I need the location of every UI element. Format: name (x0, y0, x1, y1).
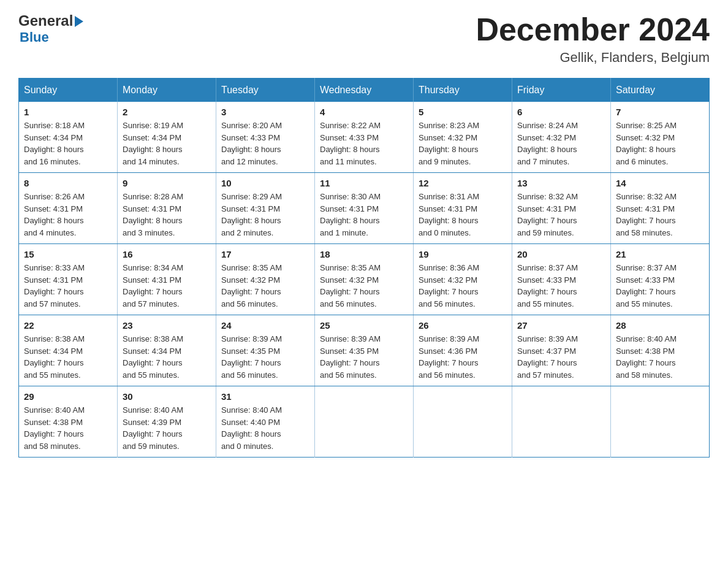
calendar-cell: 9 Sunrise: 8:28 AM Sunset: 4:31 PM Dayli… (118, 173, 216, 244)
day-info: Sunrise: 8:32 AM Sunset: 4:31 PM Dayligh… (616, 191, 704, 239)
day-info: Sunrise: 8:19 AM Sunset: 4:34 PM Dayligh… (123, 120, 211, 167)
calendar-cell: 23 Sunrise: 8:38 AM Sunset: 4:34 PM Dayl… (118, 315, 216, 386)
day-number: 5 (419, 107, 507, 117)
day-info: Sunrise: 8:34 AM Sunset: 4:31 PM Dayligh… (123, 262, 211, 310)
day-info: Sunrise: 8:40 AM Sunset: 4:38 PM Dayligh… (24, 404, 112, 452)
day-number: 16 (123, 249, 211, 259)
page-header: General Blue December 2024 Gellik, Fland… (18, 12, 710, 66)
calendar-cell: 1 Sunrise: 8:18 AM Sunset: 4:34 PM Dayli… (19, 102, 118, 173)
day-number: 29 (24, 391, 112, 402)
location-subtitle: Gellik, Flanders, Belgium (476, 50, 710, 66)
calendar-cell: 14 Sunrise: 8:32 AM Sunset: 4:31 PM Dayl… (611, 173, 710, 244)
day-number: 8 (24, 178, 112, 188)
day-number: 26 (419, 320, 507, 331)
calendar-cell: 27 Sunrise: 8:39 AM Sunset: 4:37 PM Dayl… (512, 315, 611, 386)
day-number: 23 (123, 320, 211, 331)
calendar-cell: 11 Sunrise: 8:30 AM Sunset: 4:31 PM Dayl… (315, 173, 414, 244)
calendar-cell: 2 Sunrise: 8:19 AM Sunset: 4:34 PM Dayli… (118, 102, 216, 173)
calendar-cell: 8 Sunrise: 8:26 AM Sunset: 4:31 PM Dayli… (19, 173, 118, 244)
day-number: 12 (419, 178, 507, 188)
day-info: Sunrise: 8:37 AM Sunset: 4:33 PM Dayligh… (517, 262, 605, 310)
calendar-cell: 20 Sunrise: 8:37 AM Sunset: 4:33 PM Dayl… (512, 244, 611, 315)
calendar-cell: 24 Sunrise: 8:39 AM Sunset: 4:35 PM Dayl… (216, 315, 315, 386)
column-header-thursday: Thursday (414, 79, 512, 102)
day-number: 20 (517, 249, 605, 259)
calendar-cell: 10 Sunrise: 8:29 AM Sunset: 4:31 PM Dayl… (216, 173, 315, 244)
calendar-header-row: SundayMondayTuesdayWednesdayThursdayFrid… (19, 79, 710, 102)
calendar-cell: 3 Sunrise: 8:20 AM Sunset: 4:33 PM Dayli… (216, 102, 315, 173)
day-number: 6 (517, 107, 605, 117)
day-info: Sunrise: 8:39 AM Sunset: 4:35 PM Dayligh… (221, 333, 309, 381)
calendar-cell: 22 Sunrise: 8:38 AM Sunset: 4:34 PM Dayl… (19, 315, 118, 386)
day-number: 10 (221, 178, 309, 188)
day-number: 1 (24, 107, 112, 117)
day-info: Sunrise: 8:32 AM Sunset: 4:31 PM Dayligh… (517, 191, 605, 239)
calendar-cell: 5 Sunrise: 8:23 AM Sunset: 4:32 PM Dayli… (414, 102, 512, 173)
calendar-cell (315, 386, 414, 458)
day-info: Sunrise: 8:33 AM Sunset: 4:31 PM Dayligh… (24, 262, 112, 310)
calendar-cell: 25 Sunrise: 8:39 AM Sunset: 4:35 PM Dayl… (315, 315, 414, 386)
day-info: Sunrise: 8:29 AM Sunset: 4:31 PM Dayligh… (221, 191, 309, 239)
day-number: 15 (24, 249, 112, 259)
logo-blue-text: Blue (20, 29, 83, 45)
calendar-week-row: 8 Sunrise: 8:26 AM Sunset: 4:31 PM Dayli… (19, 173, 710, 244)
day-info: Sunrise: 8:31 AM Sunset: 4:31 PM Dayligh… (419, 191, 507, 239)
column-header-monday: Monday (118, 79, 216, 102)
day-info: Sunrise: 8:20 AM Sunset: 4:33 PM Dayligh… (221, 120, 309, 167)
column-header-tuesday: Tuesday (216, 79, 315, 102)
calendar-cell: 17 Sunrise: 8:35 AM Sunset: 4:32 PM Dayl… (216, 244, 315, 315)
day-number: 22 (24, 320, 112, 331)
day-info: Sunrise: 8:39 AM Sunset: 4:37 PM Dayligh… (517, 333, 605, 381)
day-info: Sunrise: 8:40 AM Sunset: 4:40 PM Dayligh… (221, 404, 309, 452)
calendar-cell (414, 386, 512, 458)
day-number: 9 (123, 178, 211, 188)
day-number: 27 (517, 320, 605, 331)
day-number: 17 (221, 249, 309, 259)
day-info: Sunrise: 8:39 AM Sunset: 4:35 PM Dayligh… (320, 333, 408, 381)
calendar-cell: 18 Sunrise: 8:35 AM Sunset: 4:32 PM Dayl… (315, 244, 414, 315)
logo-arrow-icon (75, 16, 83, 27)
title-section: December 2024 Gellik, Flanders, Belgium (476, 12, 710, 66)
day-info: Sunrise: 8:28 AM Sunset: 4:31 PM Dayligh… (123, 191, 211, 239)
column-header-saturday: Saturday (611, 79, 710, 102)
day-number: 25 (320, 320, 408, 331)
column-header-friday: Friday (512, 79, 611, 102)
day-info: Sunrise: 8:35 AM Sunset: 4:32 PM Dayligh… (320, 262, 408, 310)
calendar-cell: 6 Sunrise: 8:24 AM Sunset: 4:32 PM Dayli… (512, 102, 611, 173)
day-info: Sunrise: 8:39 AM Sunset: 4:36 PM Dayligh… (419, 333, 507, 381)
calendar-cell: 7 Sunrise: 8:25 AM Sunset: 4:32 PM Dayli… (611, 102, 710, 173)
calendar-week-row: 1 Sunrise: 8:18 AM Sunset: 4:34 PM Dayli… (19, 102, 710, 173)
calendar-cell: 21 Sunrise: 8:37 AM Sunset: 4:33 PM Dayl… (611, 244, 710, 315)
logo-general-text: General (18, 12, 73, 29)
day-number: 30 (123, 391, 211, 402)
calendar-cell: 4 Sunrise: 8:22 AM Sunset: 4:33 PM Dayli… (315, 102, 414, 173)
column-header-wednesday: Wednesday (315, 79, 414, 102)
calendar-cell: 31 Sunrise: 8:40 AM Sunset: 4:40 PM Dayl… (216, 386, 315, 458)
day-number: 11 (320, 178, 408, 188)
day-number: 31 (221, 391, 309, 402)
day-info: Sunrise: 8:38 AM Sunset: 4:34 PM Dayligh… (24, 333, 112, 381)
day-info: Sunrise: 8:22 AM Sunset: 4:33 PM Dayligh… (320, 120, 408, 167)
day-number: 28 (616, 320, 704, 331)
day-info: Sunrise: 8:35 AM Sunset: 4:32 PM Dayligh… (221, 262, 309, 310)
calendar-cell: 29 Sunrise: 8:40 AM Sunset: 4:38 PM Dayl… (19, 386, 118, 458)
calendar-week-row: 22 Sunrise: 8:38 AM Sunset: 4:34 PM Dayl… (19, 315, 710, 386)
calendar-cell: 16 Sunrise: 8:34 AM Sunset: 4:31 PM Dayl… (118, 244, 216, 315)
calendar-cell: 15 Sunrise: 8:33 AM Sunset: 4:31 PM Dayl… (19, 244, 118, 315)
day-info: Sunrise: 8:30 AM Sunset: 4:31 PM Dayligh… (320, 191, 408, 239)
calendar-week-row: 15 Sunrise: 8:33 AM Sunset: 4:31 PM Dayl… (19, 244, 710, 315)
day-number: 7 (616, 107, 704, 117)
calendar-table: SundayMondayTuesdayWednesdayThursdayFrid… (18, 78, 710, 458)
day-number: 13 (517, 178, 605, 188)
calendar-cell: 13 Sunrise: 8:32 AM Sunset: 4:31 PM Dayl… (512, 173, 611, 244)
calendar-week-row: 29 Sunrise: 8:40 AM Sunset: 4:38 PM Dayl… (19, 386, 710, 458)
day-number: 2 (123, 107, 211, 117)
day-info: Sunrise: 8:36 AM Sunset: 4:32 PM Dayligh… (419, 262, 507, 310)
day-info: Sunrise: 8:18 AM Sunset: 4:34 PM Dayligh… (24, 120, 112, 167)
day-number: 18 (320, 249, 408, 259)
day-info: Sunrise: 8:37 AM Sunset: 4:33 PM Dayligh… (616, 262, 704, 310)
day-info: Sunrise: 8:25 AM Sunset: 4:32 PM Dayligh… (616, 120, 704, 167)
column-header-sunday: Sunday (19, 79, 118, 102)
calendar-cell: 30 Sunrise: 8:40 AM Sunset: 4:39 PM Dayl… (118, 386, 216, 458)
day-info: Sunrise: 8:40 AM Sunset: 4:38 PM Dayligh… (616, 333, 704, 381)
